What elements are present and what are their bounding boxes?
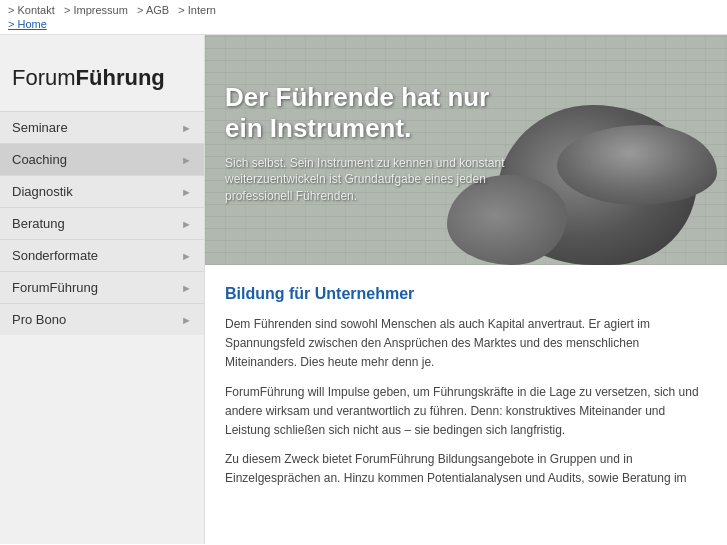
sidebar-item-label: ForumFührung — [12, 280, 98, 295]
agb-link[interactable]: > AGB — [137, 4, 169, 16]
chevron-right-icon: ► — [181, 186, 192, 198]
sidebar-item-forumfuehrung[interactable]: ForumFührung ► — [0, 271, 204, 303]
hero-subtitle: Sich selbst. Sein Instrument zu kennen u… — [225, 155, 527, 205]
hero-title: Der Führende hat nur ein Instrument. — [225, 82, 527, 144]
sidebar-item-seminare[interactable]: Seminare ► — [0, 111, 204, 143]
main-layout: ForumFührung Seminare ► Coaching ► Diagn… — [0, 35, 727, 544]
sidebar-item-beratung[interactable]: Beratung ► — [0, 207, 204, 239]
chevron-right-icon: ► — [181, 282, 192, 294]
logo: ForumFührung — [0, 55, 204, 111]
chevron-right-icon: ► — [181, 218, 192, 230]
content-paragraph-3: Zu diesem Zweck bietet ForumFührung Bild… — [225, 450, 707, 488]
sidebar-item-label: Coaching — [12, 152, 67, 167]
content-heading: Bildung für Unternehmer — [225, 285, 707, 303]
sidebar-item-label: Beratung — [12, 216, 65, 231]
chevron-right-icon: ► — [181, 122, 192, 134]
sidebar-item-diagnostik[interactable]: Diagnostik ► — [0, 175, 204, 207]
sidebar-item-probono[interactable]: Pro Bono ► — [0, 303, 204, 335]
sidebar-item-label: Sonderformate — [12, 248, 98, 263]
chevron-right-icon: ► — [181, 250, 192, 262]
stone-decoration-2 — [557, 125, 717, 205]
home-link[interactable]: > Home — [8, 18, 47, 30]
top-navigation: > Kontakt > Impressum > AGB > Intern > H… — [0, 0, 727, 35]
chevron-right-icon: ► — [181, 314, 192, 326]
sidebar-item-label: Pro Bono — [12, 312, 66, 327]
page-content: Bildung für Unternehmer Dem Führenden si… — [205, 265, 727, 519]
impressum-link[interactable]: > Impressum — [64, 4, 128, 16]
content-paragraph-1: Dem Führenden sind sowohl Menschen als a… — [225, 315, 707, 373]
sidebar-item-sonderformate[interactable]: Sonderformate ► — [0, 239, 204, 271]
intern-link[interactable]: > Intern — [178, 4, 216, 16]
chevron-right-icon: ► — [181, 154, 192, 166]
sidebar: ForumFührung Seminare ► Coaching ► Diagn… — [0, 35, 205, 544]
logo-part2: Führung — [76, 65, 165, 90]
nav-links: > Kontakt > Impressum > AGB > Intern — [8, 4, 719, 16]
hero-section: Der Führende hat nur ein Instrument. Sic… — [205, 35, 727, 265]
content-paragraph-2: ForumFührung will Impulse geben, um Führ… — [225, 383, 707, 441]
main-content: Der Führende hat nur ein Instrument. Sic… — [205, 35, 727, 544]
logo-part1: Forum — [12, 65, 76, 90]
sidebar-item-coaching[interactable]: Coaching ► — [0, 143, 204, 175]
hero-text-block: Der Führende hat nur ein Instrument. Sic… — [225, 82, 527, 205]
kontakt-link[interactable]: > Kontakt — [8, 4, 55, 16]
sidebar-item-label: Seminare — [12, 120, 68, 135]
sidebar-item-label: Diagnostik — [12, 184, 73, 199]
